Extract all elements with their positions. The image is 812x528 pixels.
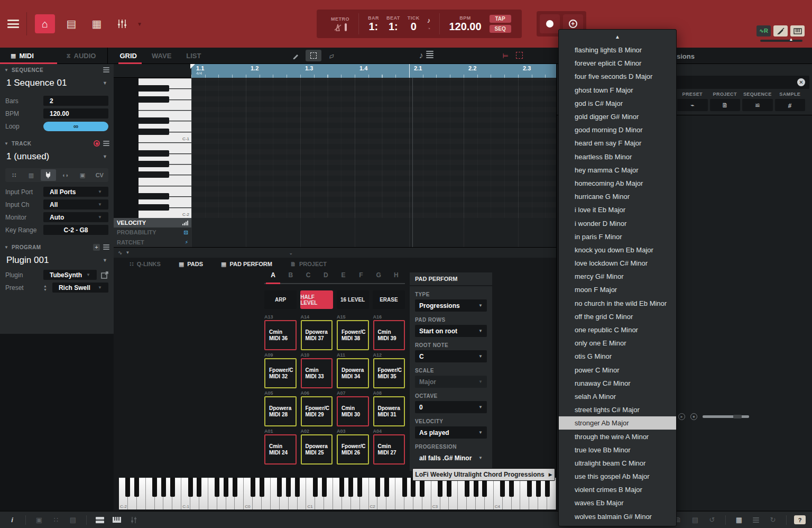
lane-add-caret-icon[interactable]: ▼ bbox=[125, 250, 130, 255]
pad-rows-select[interactable]: Start on root▼ bbox=[415, 325, 487, 337]
arp-button[interactable]: ARP bbox=[264, 290, 297, 309]
faders-small-icon[interactable] bbox=[128, 515, 140, 525]
tab-grid[interactable]: GRID bbox=[119, 52, 137, 60]
progression-option[interactable]: love lockdown C# Minor bbox=[559, 257, 676, 270]
root-note-select[interactable]: C▼ bbox=[415, 350, 487, 362]
roll-black-key[interactable] bbox=[139, 117, 169, 124]
progression-option[interactable]: use this gospel Ab Major bbox=[559, 470, 676, 483]
filter-sample-button[interactable]: ⧣ bbox=[775, 99, 806, 111]
progression-option[interactable]: wolves balmain G# Minor bbox=[559, 510, 676, 523]
preset-stepper[interactable]: ▲▼ bbox=[43, 284, 47, 292]
main-menu-icon[interactable] bbox=[7, 20, 19, 28]
event-list-small-icon[interactable] bbox=[750, 515, 762, 525]
input-port-select[interactable]: All Ports▼ bbox=[43, 187, 108, 197]
chevron-down-icon[interactable]: ▼ bbox=[103, 258, 107, 263]
record-button[interactable] bbox=[540, 14, 560, 33]
pad-a04[interactable]: CminMIDI 27 bbox=[373, 434, 405, 465]
program-menu-icon[interactable] bbox=[103, 244, 109, 250]
program-selector[interactable]: Plugin 001▼ bbox=[0, 253, 114, 268]
progression-option[interactable]: knock you down Eb Major bbox=[559, 243, 676, 257]
slider-thumb-icon[interactable]: ▲ bbox=[789, 37, 793, 42]
preset-select[interactable]: Rich Swell▼ bbox=[52, 283, 108, 293]
track-arm-icon[interactable] bbox=[94, 140, 100, 147]
progression-option[interactable]: i wonder D Minor bbox=[559, 216, 676, 230]
audition-play-icon[interactable]: ▸ bbox=[678, 413, 685, 420]
automation-read-button[interactable]: ∿R bbox=[756, 25, 771, 37]
pen-disabled-button[interactable] bbox=[773, 25, 788, 37]
input-ch-select[interactable]: All▼ bbox=[43, 199, 108, 210]
progression-option[interactable]: true love Bb Minor bbox=[559, 443, 676, 457]
progression-option[interactable]: i love it Eb Major bbox=[559, 203, 676, 216]
track-section-header[interactable]: ▼ TRACK bbox=[0, 138, 114, 149]
event-list-icon[interactable] bbox=[426, 51, 433, 60]
type-select[interactable]: Progressions▼ bbox=[415, 299, 487, 312]
roll-black-key[interactable] bbox=[139, 204, 169, 211]
pad-a16[interactable]: CminMIDI 39 bbox=[373, 320, 405, 350]
pencil-tool-button[interactable] bbox=[288, 50, 303, 61]
filter-preset-button[interactable]: ⌁ bbox=[677, 99, 708, 111]
sequence-selector[interactable]: 1 Sequence 01▼ bbox=[0, 76, 114, 90]
collapse-caret-icon[interactable]: ▼ bbox=[4, 68, 8, 72]
tab-project[interactable]: 🗎PROJECT bbox=[290, 261, 327, 267]
progression-option[interactable]: street lights C# Major bbox=[559, 403, 676, 416]
audio-track-icon[interactable]: ▣ bbox=[75, 169, 90, 181]
audition-volume-slider[interactable] bbox=[703, 415, 749, 418]
pad-a13[interactable]: CminMIDI 36 bbox=[264, 320, 297, 350]
octave-select[interactable]: 0▼ bbox=[415, 401, 487, 413]
black-key[interactable] bbox=[313, 478, 318, 497]
black-key[interactable] bbox=[348, 478, 353, 497]
roll-black-key[interactable] bbox=[139, 85, 169, 92]
audition-auto-icon[interactable]: ● bbox=[690, 413, 697, 420]
monitor-select[interactable]: Auto▼ bbox=[43, 212, 108, 222]
automation-icon[interactable]: ∿ bbox=[118, 250, 122, 256]
erase-button[interactable]: ERASE bbox=[373, 290, 405, 309]
progression-source-banner[interactable]: LoFi Weekly Ultralight Chord Progression… bbox=[412, 468, 555, 481]
loop-toggle[interactable]: ∞ bbox=[43, 122, 108, 131]
virtual-keyboard-button[interactable] bbox=[790, 25, 805, 37]
pad-bank-a[interactable]: A bbox=[264, 271, 282, 283]
roll-black-key[interactable] bbox=[139, 171, 169, 178]
key-range-field[interactable]: C-2 - G8 bbox=[43, 225, 108, 235]
black-key[interactable] bbox=[188, 478, 193, 497]
black-key[interactable] bbox=[215, 478, 219, 497]
filter-sequence-button[interactable]: ≌ bbox=[742, 99, 773, 111]
progression-option[interactable]: power C Minor bbox=[559, 363, 676, 377]
progression-option[interactable]: only one E Minor bbox=[559, 336, 676, 350]
pad-mixer-icon[interactable]: ∷ bbox=[50, 515, 62, 525]
roll-black-key[interactable] bbox=[139, 96, 169, 103]
progression-select[interactable]: all falls .G# Minor▼ bbox=[415, 452, 487, 464]
collapse-caret-icon[interactable]: ▼ bbox=[4, 245, 8, 250]
seq-tempo-button[interactable]: SEQ bbox=[490, 25, 511, 33]
lane-ratchet[interactable]: RATCHET⚡ bbox=[114, 238, 191, 247]
mode-dropdown-caret-icon[interactable]: ▼ bbox=[137, 21, 142, 27]
progression-option[interactable]: moon F Major bbox=[559, 283, 676, 296]
pad-bank-c[interactable]: C bbox=[300, 271, 317, 283]
black-key[interactable] bbox=[251, 478, 255, 497]
black-key[interactable] bbox=[286, 478, 291, 497]
progression-option[interactable]: selah A Minor bbox=[559, 390, 676, 403]
progression-option[interactable]: mercy G# Minor bbox=[559, 270, 676, 283]
position-section[interactable]: BAR1: BEAT1: TICK0 ♪◔ bbox=[359, 13, 440, 34]
sequence-section-header[interactable]: ▼ SEQUENCE bbox=[0, 64, 114, 76]
count-in-icon[interactable] bbox=[345, 23, 347, 31]
program-section-header[interactable]: ▼ PROGRAM + bbox=[0, 241, 114, 253]
pad-bank-b[interactable]: B bbox=[282, 271, 299, 283]
metronome-section[interactable]: METRO bbox=[322, 13, 359, 34]
tab-midi[interactable]: ▦MIDI bbox=[11, 52, 34, 60]
progression-option[interactable]: ghost town F Major bbox=[559, 84, 676, 97]
velocity-select[interactable]: As played▼ bbox=[415, 426, 487, 439]
velocity-lane[interactable] bbox=[191, 218, 556, 247]
pad-a10[interactable]: CminMIDI 33 bbox=[301, 358, 333, 388]
piano-keys-icon[interactable] bbox=[111, 515, 123, 525]
pad-a12[interactable]: Fpower/CMIDI 35 bbox=[373, 358, 405, 388]
pad-a09[interactable]: Fpower/CMIDI 32 bbox=[264, 358, 297, 388]
progression-option[interactable]: violent crimes B Major bbox=[559, 483, 676, 496]
bpm-value[interactable]: 120.00 bbox=[449, 21, 481, 32]
tab-q-links[interactable]: ∷Q-LINKS bbox=[130, 261, 161, 268]
keygroup-track-icon[interactable]: ▥ bbox=[23, 169, 39, 181]
pad-a01[interactable]: CminMIDI 24 bbox=[264, 434, 297, 465]
black-key[interactable] bbox=[295, 478, 300, 497]
open-plugin-window-icon[interactable] bbox=[101, 271, 108, 279]
lane-velocity[interactable]: VELOCITY bbox=[114, 218, 191, 227]
progression-option[interactable]: four five seconds D Major bbox=[559, 70, 676, 83]
